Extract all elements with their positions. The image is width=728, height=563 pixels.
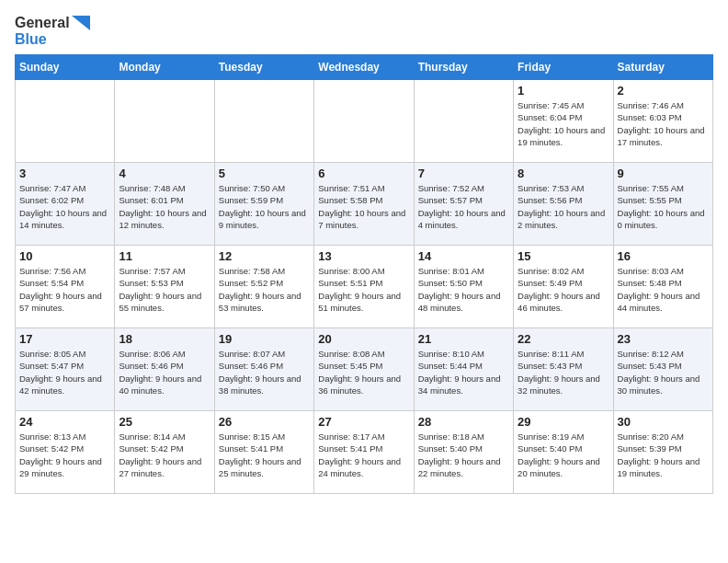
day-info: Sunrise: 8:20 AM Sunset: 5:39 PM Dayligh… [618, 431, 709, 479]
calendar-cell [214, 80, 313, 163]
day-number: 20 [318, 332, 409, 346]
day-number: 11 [119, 249, 210, 263]
calendar-cell: 30Sunrise: 8:20 AM Sunset: 5:39 PM Dayli… [613, 411, 712, 494]
day-number: 12 [219, 249, 310, 263]
day-number: 28 [418, 415, 509, 429]
calendar-cell: 13Sunrise: 8:00 AM Sunset: 5:51 PM Dayli… [314, 246, 414, 328]
day-number: 26 [219, 415, 310, 429]
day-number: 29 [518, 415, 609, 429]
day-number: 23 [618, 332, 709, 346]
calendar-cell: 8Sunrise: 7:53 AM Sunset: 5:56 PM Daylig… [514, 163, 613, 246]
day-number: 16 [618, 249, 709, 263]
day-info: Sunrise: 7:53 AM Sunset: 5:56 PM Dayligh… [518, 182, 609, 231]
weekday-header: Sunday [16, 55, 115, 80]
day-info: Sunrise: 8:14 AM Sunset: 5:42 PM Dayligh… [119, 431, 210, 479]
day-number: 6 [318, 167, 409, 180]
day-info: Sunrise: 8:10 AM Sunset: 5:44 PM Dayligh… [418, 348, 509, 396]
day-number: 9 [618, 167, 709, 180]
calendar-cell: 21Sunrise: 8:10 AM Sunset: 5:44 PM Dayli… [414, 328, 513, 411]
calendar-cell: 11Sunrise: 7:57 AM Sunset: 5:53 PM Dayli… [115, 246, 214, 328]
calendar-cell: 1Sunrise: 7:45 AM Sunset: 6:04 PM Daylig… [514, 80, 613, 163]
day-info: Sunrise: 8:18 AM Sunset: 5:40 PM Dayligh… [418, 431, 509, 479]
day-info: Sunrise: 8:11 AM Sunset: 5:43 PM Dayligh… [518, 348, 609, 396]
calendar-cell: 5Sunrise: 7:50 AM Sunset: 5:59 PM Daylig… [214, 163, 313, 246]
day-number: 17 [19, 332, 110, 346]
day-info: Sunrise: 8:00 AM Sunset: 5:51 PM Dayligh… [318, 265, 409, 314]
logo: General Blue [15, 15, 90, 47]
day-number: 13 [318, 249, 409, 263]
day-info: Sunrise: 7:48 AM Sunset: 6:01 PM Dayligh… [119, 182, 210, 231]
day-number: 5 [219, 167, 310, 180]
day-number: 14 [418, 249, 509, 263]
day-info: Sunrise: 8:06 AM Sunset: 5:46 PM Dayligh… [119, 348, 210, 396]
calendar-cell: 16Sunrise: 8:03 AM Sunset: 5:48 PM Dayli… [613, 246, 712, 328]
calendar-table: SundayMondayTuesdayWednesdayThursdayFrid… [15, 54, 713, 494]
calendar-cell: 4Sunrise: 7:48 AM Sunset: 6:01 PM Daylig… [115, 163, 214, 246]
day-number: 30 [618, 415, 709, 429]
weekday-header: Tuesday [214, 55, 313, 80]
weekday-header: Saturday [613, 55, 712, 80]
day-info: Sunrise: 7:50 AM Sunset: 5:59 PM Dayligh… [219, 182, 310, 231]
day-info: Sunrise: 7:45 AM Sunset: 6:04 PM Dayligh… [518, 99, 609, 148]
day-number: 27 [318, 415, 409, 429]
calendar-cell: 9Sunrise: 7:55 AM Sunset: 5:55 PM Daylig… [613, 163, 712, 246]
weekday-header: Monday [115, 55, 214, 80]
day-info: Sunrise: 8:07 AM Sunset: 5:46 PM Dayligh… [219, 348, 310, 396]
logo-text: General Blue [15, 15, 90, 47]
page-header: General Blue [15, 15, 713, 47]
calendar-cell: 14Sunrise: 8:01 AM Sunset: 5:50 PM Dayli… [414, 246, 513, 328]
calendar-cell [414, 80, 513, 163]
day-number: 19 [219, 332, 310, 346]
day-number: 18 [119, 332, 210, 346]
day-number: 1 [518, 84, 609, 98]
day-number: 25 [119, 415, 210, 429]
day-info: Sunrise: 7:58 AM Sunset: 5:52 PM Dayligh… [219, 265, 310, 314]
day-info: Sunrise: 7:52 AM Sunset: 5:57 PM Dayligh… [418, 182, 509, 231]
day-info: Sunrise: 8:01 AM Sunset: 5:50 PM Dayligh… [418, 265, 509, 314]
day-info: Sunrise: 8:03 AM Sunset: 5:48 PM Dayligh… [618, 265, 709, 314]
day-info: Sunrise: 8:08 AM Sunset: 5:45 PM Dayligh… [318, 348, 409, 396]
day-info: Sunrise: 8:19 AM Sunset: 5:40 PM Dayligh… [518, 431, 609, 479]
calendar-cell: 29Sunrise: 8:19 AM Sunset: 5:40 PM Dayli… [514, 411, 613, 494]
calendar-cell: 22Sunrise: 8:11 AM Sunset: 5:43 PM Dayli… [514, 328, 613, 411]
day-info: Sunrise: 7:56 AM Sunset: 5:54 PM Dayligh… [19, 265, 110, 314]
calendar-cell: 25Sunrise: 8:14 AM Sunset: 5:42 PM Dayli… [115, 411, 214, 494]
calendar-cell [314, 80, 414, 163]
day-info: Sunrise: 7:47 AM Sunset: 6:02 PM Dayligh… [19, 182, 110, 231]
day-info: Sunrise: 7:55 AM Sunset: 5:55 PM Dayligh… [618, 182, 709, 231]
calendar-cell: 18Sunrise: 8:06 AM Sunset: 5:46 PM Dayli… [115, 328, 214, 411]
day-number: 4 [119, 167, 210, 180]
calendar-cell: 12Sunrise: 7:58 AM Sunset: 5:52 PM Dayli… [214, 246, 313, 328]
calendar-cell [16, 80, 115, 163]
svg-marker-0 [72, 16, 90, 30]
day-number: 10 [19, 249, 110, 263]
day-info: Sunrise: 8:17 AM Sunset: 5:41 PM Dayligh… [318, 431, 409, 479]
calendar-cell: 10Sunrise: 7:56 AM Sunset: 5:54 PM Dayli… [16, 246, 115, 328]
calendar-cell: 24Sunrise: 8:13 AM Sunset: 5:42 PM Dayli… [16, 411, 115, 494]
day-number: 2 [618, 84, 709, 98]
weekday-header: Friday [514, 55, 613, 80]
calendar-cell: 19Sunrise: 8:07 AM Sunset: 5:46 PM Dayli… [214, 328, 313, 411]
day-number: 3 [19, 167, 110, 180]
logo-blue: Blue [15, 31, 90, 48]
calendar-cell: 7Sunrise: 7:52 AM Sunset: 5:57 PM Daylig… [414, 163, 513, 246]
day-number: 8 [518, 167, 609, 180]
calendar-cell: 3Sunrise: 7:47 AM Sunset: 6:02 PM Daylig… [16, 163, 115, 246]
calendar-cell: 2Sunrise: 7:46 AM Sunset: 6:03 PM Daylig… [613, 80, 712, 163]
day-info: Sunrise: 7:51 AM Sunset: 5:58 PM Dayligh… [318, 182, 409, 231]
calendar-cell: 23Sunrise: 8:12 AM Sunset: 5:43 PM Dayli… [613, 328, 712, 411]
day-number: 21 [418, 332, 509, 346]
weekday-header: Wednesday [314, 55, 414, 80]
weekday-header: Thursday [414, 55, 513, 80]
day-number: 24 [19, 415, 110, 429]
logo-general: General [15, 15, 70, 31]
logo-arrow-icon [72, 16, 90, 30]
day-number: 15 [518, 249, 609, 263]
calendar-cell: 27Sunrise: 8:17 AM Sunset: 5:41 PM Dayli… [314, 411, 414, 494]
day-info: Sunrise: 8:15 AM Sunset: 5:41 PM Dayligh… [219, 431, 310, 479]
day-info: Sunrise: 7:46 AM Sunset: 6:03 PM Dayligh… [618, 99, 709, 148]
calendar-cell: 20Sunrise: 8:08 AM Sunset: 5:45 PM Dayli… [314, 328, 414, 411]
calendar-cell [115, 80, 214, 163]
day-info: Sunrise: 8:02 AM Sunset: 5:49 PM Dayligh… [518, 265, 609, 314]
calendar-cell: 17Sunrise: 8:05 AM Sunset: 5:47 PM Dayli… [16, 328, 115, 411]
